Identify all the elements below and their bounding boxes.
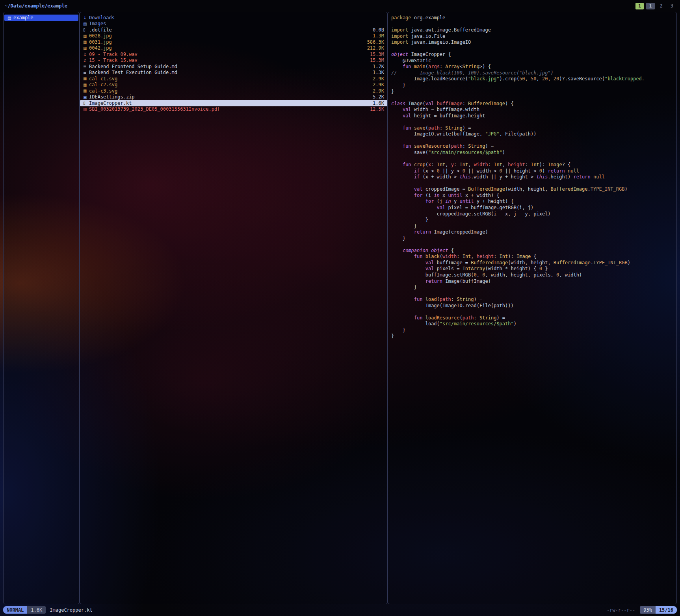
file-size: 2.9K bbox=[369, 76, 384, 82]
code-line bbox=[391, 119, 673, 125]
code-line bbox=[391, 291, 673, 297]
file-name: 15 - Track 15.wav bbox=[89, 58, 137, 63]
code-line: } bbox=[391, 217, 673, 223]
code-line: import javax.imageio.ImageIO bbox=[391, 39, 673, 46]
file-row[interactable]: ▦0042.jpg212.9K bbox=[80, 45, 387, 52]
code-line: class Image(val buffImage: BufferedImage… bbox=[391, 101, 673, 107]
folder-icon: ▤ bbox=[7, 16, 13, 20]
file-name: Backend_Frontend_Setup_Guide.md bbox=[89, 64, 177, 69]
file-row[interactable]: ♫15 - Track 15.wav15.3M bbox=[80, 58, 387, 64]
code-line: save("src/main/resources/$path") bbox=[391, 150, 673, 156]
tab-1[interactable]: 1 bbox=[635, 3, 644, 9]
parent-directory-pane: ▤example bbox=[3, 12, 80, 604]
parent-dir-item[interactable]: ▤example bbox=[4, 15, 78, 21]
file-row[interactable]: ▥SBI_0032013739_2023_DE05_0003155631Invo… bbox=[80, 106, 387, 113]
image-icon: ▦ bbox=[83, 89, 89, 93]
file-row[interactable]: ≡Backend_Frontend_Setup_Guide.md1.7K bbox=[80, 63, 387, 70]
code-line: // Image.black(100, 100).saveResource("b… bbox=[391, 70, 673, 76]
file-size: 1.3M bbox=[369, 33, 384, 39]
panes-container: ▤example ↓Downloads▤Images▯.dotfile0.0B▦… bbox=[3, 12, 677, 604]
code-line: if (x + width > this.width || y + height… bbox=[391, 174, 673, 180]
code-line: } bbox=[391, 82, 673, 89]
code-line: } bbox=[391, 89, 673, 95]
code-line: fun load(path: String) = bbox=[391, 297, 673, 303]
file-row[interactable]: ▯.dotfile0.0B bbox=[80, 27, 387, 33]
status-bar-right: -rw-r--r-- 93% 15/16 bbox=[607, 606, 677, 614]
file-size: 212.9K bbox=[363, 45, 384, 51]
status-filename: ImageCropper.kt bbox=[50, 607, 92, 613]
scroll-percent-badge: 93% bbox=[640, 606, 656, 614]
file-size: 5.2K bbox=[369, 94, 384, 100]
file-name: ImageCropper.kt bbox=[89, 100, 132, 106]
file-size: 2.9K bbox=[369, 88, 384, 94]
current-directory-pane: ↓Downloads▤Images▯.dotfile0.0B▦0028.jpg1… bbox=[80, 12, 388, 604]
code-line: import java.io.File bbox=[391, 33, 673, 40]
code-line: load("src/main/resources/$path") bbox=[391, 321, 673, 327]
file-icon: ▯ bbox=[83, 28, 89, 32]
code-line: return Image(buffImage) bbox=[391, 278, 673, 285]
file-row[interactable]: ▯ImageCropper.kt1.6K bbox=[80, 100, 387, 106]
tab-4[interactable]: 3 bbox=[668, 3, 676, 9]
code-line bbox=[391, 180, 673, 187]
code-line: buffImage.setRGB(0, 0, width, height, pi… bbox=[391, 272, 673, 278]
file-row[interactable]: ▦cal-c2.svg2.9K bbox=[80, 82, 387, 88]
yazi-file-manager: ~/Data/example/example 1123 ▤example ↓Do… bbox=[0, 0, 680, 616]
code-line: val croppedImage = BufferedImage(width, … bbox=[391, 186, 673, 193]
file-row[interactable]: ▦cal-c3.svg2.9K bbox=[80, 88, 387, 94]
file-row[interactable]: ▦cal-c1.svg2.9K bbox=[80, 76, 387, 82]
code-line: fun saveResource(path: String) = bbox=[391, 143, 673, 150]
tab-bar: 1123 bbox=[635, 3, 676, 9]
code-line: } bbox=[391, 223, 673, 230]
file-row[interactable]: ▣IDEAsettings.zip5.2K bbox=[80, 94, 387, 100]
file-name: 0031.jpg bbox=[89, 39, 112, 45]
code-line: croppedImage.setRGB(i - x, j - y, pixel) bbox=[391, 211, 673, 217]
file-row[interactable]: ▤Images bbox=[80, 21, 387, 27]
code-line: val pixel = buffImage.getRGB(i, j) bbox=[391, 205, 673, 211]
mode-indicator: NORMAL bbox=[3, 606, 27, 614]
code-line bbox=[391, 241, 673, 248]
code-line: package org.example bbox=[391, 15, 673, 21]
image-icon: ▦ bbox=[83, 34, 89, 38]
code-line bbox=[391, 309, 673, 315]
file-name: IDEAsettings.zip bbox=[89, 94, 135, 100]
image-icon: ▦ bbox=[83, 46, 89, 50]
file-row[interactable]: ≡Backend_Test_Execution_Guide.md1.3K bbox=[80, 70, 387, 76]
file-size-badge: 1.6K bbox=[27, 606, 46, 614]
code-line bbox=[391, 95, 673, 101]
code-line: @JvmStatic bbox=[391, 58, 673, 64]
code-line: } bbox=[391, 333, 673, 340]
audio-icon: ♫ bbox=[83, 58, 89, 63]
file-row[interactable]: ▦0028.jpg1.3M bbox=[80, 33, 387, 39]
code-line: val width = buffImage.width bbox=[391, 107, 673, 113]
pdf-icon: ▥ bbox=[83, 107, 89, 111]
code-line: import java.awt.image.BufferedImage bbox=[391, 27, 673, 33]
status-bar-left: NORMAL 1.6K ImageCropper.kt bbox=[3, 606, 93, 614]
code-line: companion object { bbox=[391, 248, 673, 254]
code-line: return Image(croppedImage) bbox=[391, 229, 673, 236]
file-permissions: -rw-r--r-- bbox=[607, 607, 635, 613]
code-line: for (i in x until x + width) { bbox=[391, 193, 673, 199]
file-name: .dotfile bbox=[89, 27, 112, 33]
file-size: 2.9K bbox=[369, 82, 384, 87]
code-line bbox=[391, 156, 673, 162]
file-position-badge: 15/16 bbox=[656, 606, 677, 614]
code-line: fun main(args: Array<String>) { bbox=[391, 64, 673, 70]
code-line: fun save(path: String) = bbox=[391, 125, 673, 132]
code-line bbox=[391, 46, 673, 52]
file-size: 0.0B bbox=[369, 27, 384, 33]
file-row[interactable]: ↓Downloads bbox=[80, 15, 387, 21]
tab-2[interactable]: 1 bbox=[646, 3, 654, 9]
file-size: 15.3M bbox=[366, 52, 384, 57]
file-preview-pane: package org.example import java.awt.imag… bbox=[388, 12, 677, 604]
code-line: fun loadResource(path: String) = bbox=[391, 315, 673, 321]
download-icon: ↓ bbox=[83, 15, 89, 20]
code-line: Image(ImageIO.read(File(path))) bbox=[391, 303, 673, 309]
file-row[interactable]: ▦0031.jpg586.3K bbox=[80, 39, 387, 45]
image-icon: ▦ bbox=[83, 76, 89, 81]
code-line: val pixels = IntArray(width * height) { … bbox=[391, 266, 673, 272]
image-icon: ▦ bbox=[83, 40, 89, 44]
file-row[interactable]: ♫09 - Track 09.wav15.3M bbox=[80, 51, 387, 58]
code-line: fun black(width: Int, height: Int): Imag… bbox=[391, 254, 673, 260]
tab-3[interactable]: 2 bbox=[657, 3, 665, 9]
file-size: 586.3K bbox=[363, 39, 384, 45]
